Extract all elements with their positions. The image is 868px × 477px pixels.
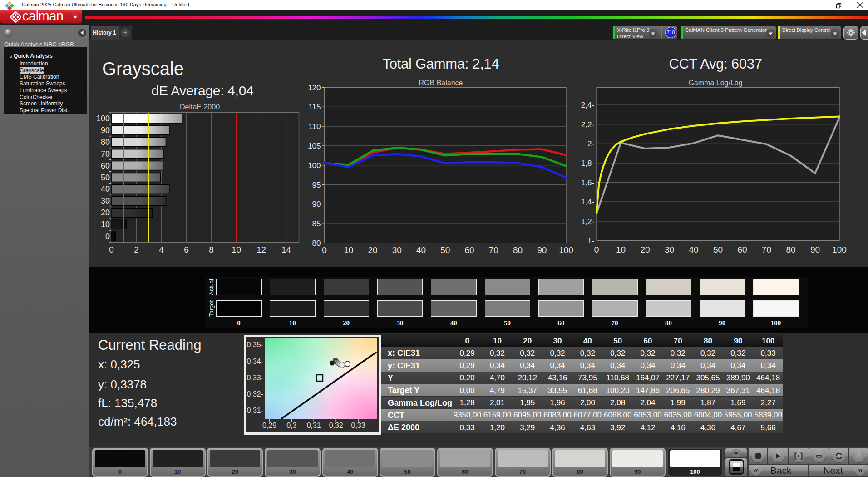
svg-text:60: 60 [464, 245, 474, 255]
svg-text:70: 70 [489, 245, 498, 255]
svg-text:90: 90 [537, 245, 547, 255]
svg-text:20: 20 [640, 245, 650, 254]
svg-text:40: 40 [101, 184, 110, 194]
svg-text:0: 0 [109, 245, 114, 254]
svg-text:100: 100 [559, 245, 573, 255]
svg-text:80: 80 [101, 138, 110, 147]
svg-text:2: 2 [134, 245, 139, 254]
svg-text:2,4-: 2,4- [581, 101, 594, 109]
svg-text:10: 10 [101, 220, 110, 229]
svg-text:100: 100 [96, 114, 110, 123]
svg-text:12: 12 [256, 245, 266, 254]
svg-text:2,2-: 2,2- [581, 120, 594, 129]
svg-text:14: 14 [281, 245, 291, 254]
svg-text:6: 6 [184, 245, 189, 254]
svg-text:100: 100 [832, 245, 847, 254]
svg-text:1,6-: 1,6- [581, 179, 594, 187]
svg-text:100: 100 [308, 161, 321, 170]
svg-text:10: 10 [232, 245, 241, 254]
svg-text:50: 50 [713, 245, 723, 254]
svg-text:20: 20 [368, 245, 377, 255]
svg-text:4: 4 [159, 245, 164, 254]
svg-text:105: 105 [308, 142, 321, 150]
svg-text:60: 60 [737, 245, 747, 254]
svg-text:30: 30 [392, 245, 402, 255]
svg-text:10: 10 [616, 245, 626, 254]
svg-text:120: 120 [308, 84, 321, 92]
svg-text:95: 95 [312, 181, 321, 189]
svg-text:30: 30 [665, 245, 674, 254]
svg-text:80: 80 [513, 245, 523, 255]
svg-text:10: 10 [344, 245, 353, 255]
svg-text:0: 0 [105, 232, 110, 241]
svg-text:70: 70 [762, 245, 771, 254]
svg-text:80: 80 [312, 239, 321, 248]
svg-text:20: 20 [101, 208, 110, 217]
svg-text:30: 30 [101, 196, 110, 205]
svg-text:8: 8 [209, 245, 214, 254]
svg-text:50: 50 [440, 245, 450, 255]
svg-text:90: 90 [312, 200, 321, 209]
svg-text:2-: 2- [587, 139, 594, 148]
svg-text:60: 60 [101, 161, 110, 170]
svg-text:1,2-: 1,2- [581, 217, 594, 226]
svg-text:115: 115 [308, 103, 321, 111]
svg-text:0: 0 [594, 245, 599, 254]
svg-text:90: 90 [101, 126, 110, 135]
svg-text:1,8-: 1,8- [581, 159, 594, 168]
svg-text:40: 40 [416, 245, 426, 255]
svg-text:70: 70 [101, 149, 110, 159]
svg-text:90: 90 [810, 245, 820, 254]
svg-text:1,4-: 1,4- [581, 198, 594, 206]
svg-text:80: 80 [786, 245, 795, 254]
svg-text:1-: 1- [587, 237, 594, 245]
svg-text:40: 40 [689, 245, 698, 254]
svg-text:0: 0 [322, 245, 327, 255]
svg-text:110: 110 [308, 122, 321, 131]
svg-text:85: 85 [312, 219, 321, 228]
svg-text:50: 50 [101, 173, 110, 182]
